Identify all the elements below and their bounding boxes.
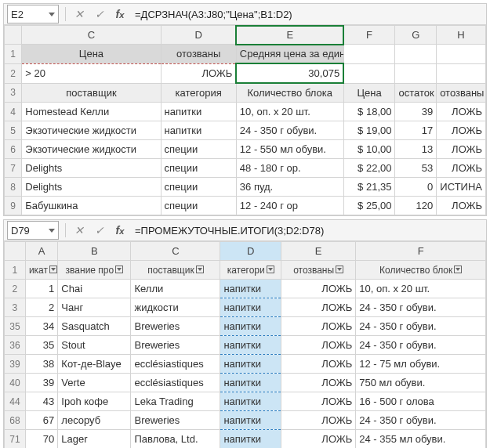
cell[interactable]: Экзотические жидкости xyxy=(22,140,161,159)
select-all[interactable] xyxy=(5,26,22,45)
select-all[interactable] xyxy=(5,242,26,261)
cell[interactable]: Lager xyxy=(58,430,131,449)
cell[interactable]: 24 - 355 мл обуви. xyxy=(356,430,486,449)
cell[interactable]: 13 xyxy=(395,140,437,159)
cell[interactable]: ИСТИНА xyxy=(437,178,486,197)
filter-icon[interactable] xyxy=(336,266,343,273)
cell[interactable]: 48 - 180 г ор. xyxy=(236,159,343,178)
cell[interactable]: специи xyxy=(161,197,236,215)
fx-icon[interactable]: fx xyxy=(111,5,129,23)
cell[interactable]: 24 - 350 г обуви. xyxy=(356,336,486,355)
cell[interactable]: Leka Trading xyxy=(131,392,220,411)
cell[interactable]: напитки xyxy=(220,392,281,411)
row-header[interactable]: 3 xyxy=(5,298,26,317)
cell[interactable]: поставщик xyxy=(22,83,161,103)
cell[interactable]: ecclésiastiques xyxy=(131,374,220,392)
cell[interactable]: Stout xyxy=(58,336,131,355)
cell[interactable]: отозваны xyxy=(161,45,236,64)
cell[interactable]: Breweries xyxy=(131,317,220,336)
cell[interactable]: Цена xyxy=(22,45,161,64)
cell[interactable]: 10, оп. x 20 шт. xyxy=(356,280,486,298)
cell[interactable]: напитки xyxy=(220,374,281,392)
cell[interactable]: напитки xyxy=(161,121,236,140)
row-1[interactable]: 1 xyxy=(5,261,26,280)
cell[interactable]: напитки xyxy=(220,411,281,430)
cell[interactable]: Чанг xyxy=(58,298,131,317)
cell[interactable]: Экзотические жидкости xyxy=(22,121,161,140)
cell[interactable]: 10, оп. x 20 шт. xyxy=(236,103,343,121)
cell[interactable]: 12 - 550 мл обуви. xyxy=(236,140,343,159)
cell[interactable]: специи xyxy=(161,140,236,159)
cell[interactable]: Келли xyxy=(131,280,220,298)
row-header[interactable]: 2 xyxy=(5,280,26,298)
col-D[interactable]: D xyxy=(161,26,236,45)
col-E[interactable]: E xyxy=(281,242,356,261)
row-header[interactable]: 4 xyxy=(5,103,22,121)
cell[interactable]: 12 - 240 г ор xyxy=(236,197,343,215)
filter-icon[interactable] xyxy=(49,266,57,273)
header-cell[interactable]: отозваны xyxy=(281,261,356,280)
cell[interactable]: ЛОЖЬ xyxy=(437,140,486,159)
cell[interactable]: ЛОЖЬ xyxy=(437,197,486,215)
cell[interactable]: 2 xyxy=(25,298,57,317)
col-C[interactable]: C xyxy=(131,242,220,261)
cell[interactable]: напитки xyxy=(220,298,281,317)
cell[interactable]: 35 xyxy=(25,336,57,355)
cell[interactable]: Количество блока xyxy=(236,83,343,103)
cell[interactable]: 17 xyxy=(395,121,437,140)
col-E[interactable]: E xyxy=(236,26,343,45)
col-A[interactable]: A xyxy=(25,242,57,261)
cell[interactable]: 16 - 500 г олова xyxy=(356,392,486,411)
row-header[interactable]: 40 xyxy=(5,374,26,392)
row-header[interactable]: 8 xyxy=(5,178,22,197)
cell[interactable]: напитки xyxy=(161,103,236,121)
cell[interactable]: 67 xyxy=(25,411,57,430)
header-cell[interactable]: поставщик xyxy=(131,261,220,280)
filter-icon[interactable] xyxy=(267,266,274,273)
cell[interactable]: 36 пуд. xyxy=(236,178,343,197)
cell[interactable]: Delights xyxy=(22,159,161,178)
row-header[interactable]: 5 xyxy=(5,121,22,140)
cell[interactable]: 120 xyxy=(395,197,437,215)
cell[interactable] xyxy=(395,45,437,64)
cell[interactable]: 24 - 350 г обуви. xyxy=(356,317,486,336)
col-C[interactable]: C xyxy=(22,26,161,45)
cell[interactable]: Delights xyxy=(22,178,161,197)
cell[interactable]: отозваны xyxy=(437,83,486,103)
cell[interactable]: категория xyxy=(161,83,236,103)
cell[interactable]: ЛОЖЬ xyxy=(281,298,356,317)
cell[interactable]: 1 xyxy=(25,280,57,298)
row-1[interactable]: 1 xyxy=(5,45,22,64)
cell[interactable]: 24 - 350 г обуви. xyxy=(356,411,486,430)
cell[interactable]: ЛОЖЬ xyxy=(281,336,356,355)
row-header[interactable]: 6 xyxy=(5,140,22,159)
cell[interactable]: ЛОЖЬ xyxy=(437,121,486,140)
row-header[interactable]: 35 xyxy=(5,317,26,336)
row-3[interactable]: 3 xyxy=(5,83,22,103)
cancel-icon[interactable]: ✕ xyxy=(71,5,88,23)
cell[interactable]: напитки xyxy=(220,280,281,298)
fx-icon[interactable]: fx xyxy=(111,222,129,239)
cell[interactable]: $ 18,00 xyxy=(343,103,395,121)
row-header[interactable]: 44 xyxy=(5,392,26,411)
header-cell[interactable]: звание про xyxy=(58,261,131,280)
cell[interactable]: ЛОЖЬ xyxy=(281,317,356,336)
cell[interactable]: Бабушкина xyxy=(22,197,161,215)
cell[interactable]: 70 xyxy=(25,430,57,449)
cell[interactable]: > 20 xyxy=(22,63,161,83)
cell[interactable]: Chai xyxy=(58,280,131,298)
header-cell[interactable]: икат xyxy=(25,261,57,280)
cell[interactable]: специи xyxy=(161,159,236,178)
cell[interactable]: 39 xyxy=(25,374,57,392)
cell[interactable]: 39 xyxy=(395,103,437,121)
cell[interactable]: Ipoh кофе xyxy=(58,392,131,411)
filter-icon[interactable] xyxy=(196,266,204,273)
cell[interactable]: остаток xyxy=(395,83,437,103)
col-H[interactable]: H xyxy=(437,26,486,45)
cell[interactable]: 53 xyxy=(395,159,437,178)
grid-top[interactable]: C D E F G H 1 Цена отозваны Средняя цена… xyxy=(4,25,486,215)
cell[interactable]: Павлова, Ltd. xyxy=(131,430,220,449)
cell[interactable]: ЛОЖЬ xyxy=(281,430,356,449)
cell[interactable]: лесоруб xyxy=(58,411,131,430)
cell[interactable]: ЛОЖЬ xyxy=(281,374,356,392)
